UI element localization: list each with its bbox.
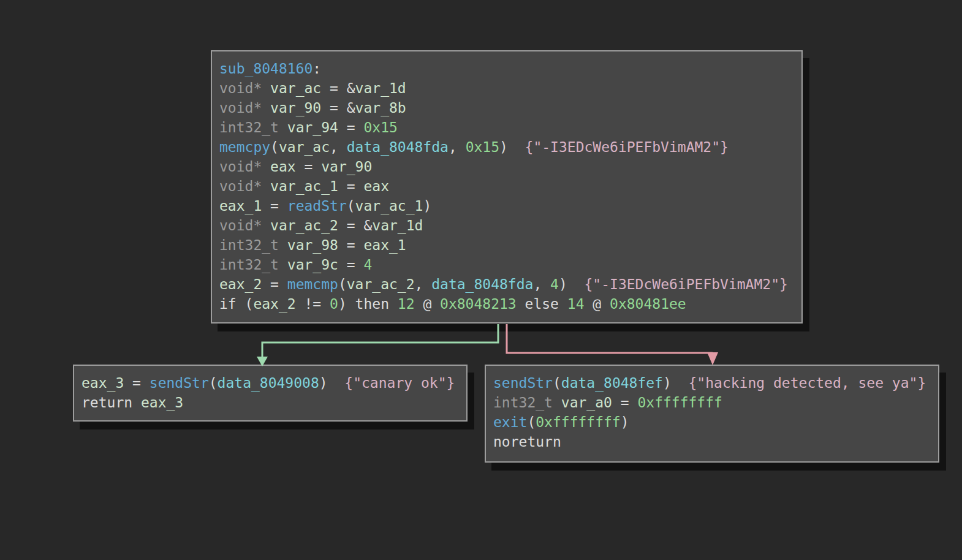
code-token-var[interactable]: eax_3 [81,375,124,391]
code-token-type[interactable]: void* [219,218,262,233]
code-token-var[interactable]: eax [363,178,389,194]
code-token-var[interactable]: eax_3 [141,395,183,411]
code-line[interactable]: exit(0xffffffff) [493,412,931,432]
code-line[interactable]: return eax_3 [81,393,459,412]
code-line[interactable]: sendStr(data_8048fef) {"hacking detected… [493,373,931,393]
code-token-text[interactable]: : [312,61,321,77]
code-token-num[interactable]: 0x15 [363,119,397,135]
code-token-text[interactable]: = [338,237,364,253]
code-line[interactable]: int32_t var_98 = eax_1 [219,235,794,255]
code-token-func[interactable]: exit [493,414,527,430]
code-token-num[interactable]: 4 [363,257,372,273]
code-token-text[interactable]: = [338,119,364,135]
code-token-var[interactable]: var_94 [287,119,338,135]
code-token-type[interactable]: int32_t [219,237,279,253]
code-token-text[interactable]: ( [338,276,347,292]
code-line[interactable]: memcpy(var_ac, data_8048fda, 0x15) {"-I3… [219,137,794,157]
code-token-var[interactable]: var_a0 [561,395,612,411]
code-token-var[interactable]: var_9c [287,257,338,273]
code-token-str[interactable]: {"hacking detected, see ya"} [689,375,926,391]
code-line[interactable]: noreturn [493,432,931,452]
code-token-text[interactable] [279,119,287,135]
code-token-text[interactable]: ( [527,414,536,430]
code-token-var[interactable]: var_1d [355,80,406,96]
code-token-text[interactable]: , [449,139,466,155]
code-token-text[interactable]: ) [621,414,629,430]
code-token-text[interactable]: ) [423,198,431,214]
code-token-num[interactable]: 0x8048213 [440,296,517,312]
code-token-text[interactable]: ( [270,139,279,155]
code-token-str[interactable]: {"-I3EDcWe6iPEFbVimAM2"} [525,139,729,155]
code-token-text[interactable]: ( [553,375,561,391]
code-token-data[interactable]: data_8048fef [561,375,663,391]
code-token-func[interactable]: memcpy [219,139,270,155]
code-token-num[interactable]: 0 [330,296,338,312]
code-token-func[interactable]: sendStr [493,375,553,391]
code-token-var[interactable]: eax_2 [253,296,295,312]
code-token-text[interactable]: ) then [338,296,398,312]
code-token-var[interactable]: eax_1 [363,237,406,253]
code-token-text[interactable]: = & [321,80,355,96]
code-token-type[interactable]: void* [219,80,262,96]
code-token-text[interactable]: = [296,159,322,175]
code-line[interactable]: void* var_90 = &var_8b [219,98,794,118]
code-token-text[interactable]: ) [319,375,345,391]
code-token-text[interactable]: != [296,296,330,312]
code-token-str[interactable]: {"-I3EDcWe6iPEFbVimAM2"} [585,276,788,292]
code-line[interactable]: if (eax_2 != 0) then 12 @ 0x8048213 else… [219,294,794,314]
code-token-func[interactable]: readStr [287,198,347,214]
code-token-var[interactable]: var_98 [287,237,338,253]
code-token-text[interactable]: return [81,395,141,411]
basic-block-sub_8048160[interactable]: sub_8048160:void* var_ac = &var_1dvoid* … [211,50,803,324]
code-token-text[interactable] [553,395,561,411]
code-token-text[interactable]: = & [338,218,372,233]
code-token-text[interactable]: else [517,296,567,312]
code-token-text[interactable] [262,218,270,233]
code-token-var[interactable]: var_ac_1 [270,178,338,194]
code-token-text[interactable] [262,100,270,116]
code-token-var[interactable]: var_ac_2 [270,218,338,233]
code-token-text[interactable]: ) [663,375,689,391]
code-token-var[interactable]: var_8b [355,100,406,116]
code-token-var[interactable]: var_ac [270,80,321,96]
code-token-text[interactable]: = & [321,100,355,116]
code-token-func[interactable]: sendStr [150,375,209,391]
code-line[interactable]: void* var_ac = &var_1d [219,78,794,98]
code-token-text[interactable]: ) [559,276,585,292]
code-line[interactable]: sub_8048160: [219,59,794,78]
code-token-var[interactable]: eax_2 [219,276,262,292]
code-token-func[interactable]: memcmp [287,276,338,292]
code-token-text[interactable] [262,159,270,175]
code-token-func[interactable]: sub_8048160 [219,61,312,77]
code-token-text[interactable]: = [262,198,287,214]
basic-block-0x8048213[interactable]: sendStr(data_8048fef) {"hacking detected… [485,365,939,463]
code-token-text[interactable]: ) [499,139,525,155]
code-token-data[interactable]: data_8048fda [431,276,533,292]
code-token-text[interactable]: @ [415,296,441,312]
basic-block-0x80481ee[interactable]: eax_3 = sendStr(data_8049008) {"canary o… [73,365,468,422]
graph-canvas[interactable]: sub_8048160:void* var_ac = &var_1dvoid* … [0,0,962,560]
code-token-text[interactable] [262,80,270,96]
code-token-var[interactable]: var_1d [372,218,423,233]
code-line[interactable]: eax_1 = readStr(var_ac_1) [219,196,794,216]
code-token-var[interactable]: eax_1 [219,198,262,214]
code-token-text[interactable]: = [338,178,364,194]
code-line[interactable]: eax_2 = memcmp(var_ac_2, data_8048fda, 4… [219,274,794,294]
code-token-text[interactable] [262,178,270,194]
code-line[interactable]: void* var_ac_2 = &var_1d [219,216,794,235]
code-token-var[interactable]: var_ac_1 [355,198,423,214]
code-line[interactable]: void* var_ac_1 = eax [219,176,794,196]
code-token-text[interactable]: = [612,395,638,411]
code-token-text[interactable]: noreturn [493,434,561,450]
code-token-text[interactable]: = [124,375,150,391]
code-token-type[interactable]: int32_t [219,257,279,273]
code-token-text[interactable]: = [262,276,287,292]
code-token-text[interactable]: if ( [219,296,253,312]
code-token-type[interactable]: int32_t [219,119,279,135]
code-token-text[interactable]: ( [347,198,355,214]
code-token-num[interactable]: 0x80481ee [610,296,686,312]
code-token-text[interactable]: = [338,257,364,273]
code-token-var[interactable]: eax [270,159,296,175]
code-token-text[interactable]: , [415,276,432,292]
code-token-num[interactable]: 4 [550,276,559,292]
